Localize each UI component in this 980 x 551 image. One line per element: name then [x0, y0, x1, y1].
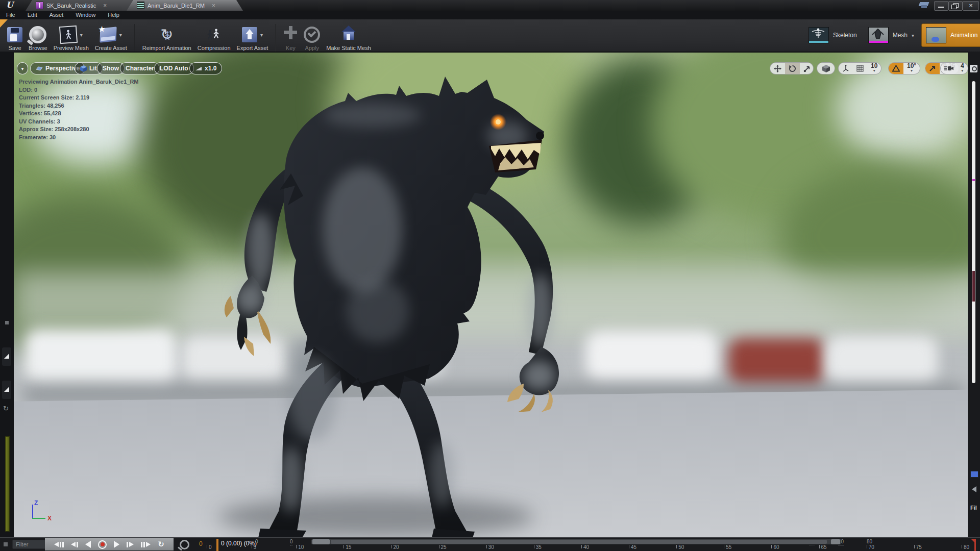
snap-gizmo-icon[interactable]: [839, 63, 853, 74]
timeline-scrollbar[interactable]: [311, 539, 841, 544]
timeline-filter-input[interactable]: [12, 540, 46, 549]
export-asset-icon: [242, 27, 257, 42]
stat-line: LOD: 0: [19, 86, 139, 94]
menu-file[interactable]: File: [0, 11, 21, 19]
right-panel-strip: Fil: [968, 52, 980, 537]
to-front-button[interactable]: [51, 542, 67, 547]
make-static-mesh-button[interactable]: Make Static Mesh: [323, 19, 374, 52]
mesh-thumbnail: [868, 27, 889, 43]
mode-mesh-button[interactable]: Mesh ▾: [864, 24, 918, 46]
camera-speed-group-2: 4▾: [940, 62, 968, 74]
preview-mesh-button[interactable]: ▾ Preview Mesh: [51, 19, 92, 52]
undo-arrow-icon[interactable]: ↻: [3, 405, 9, 412]
rotation-snap-toggle[interactable]: [889, 63, 903, 74]
toolbar-separator: [134, 24, 135, 52]
ruler-tick: 20: [391, 544, 399, 550]
browse-button[interactable]: Browse: [26, 19, 51, 52]
tab-label: SK_Baruk_Realistic: [46, 3, 96, 9]
collapse-arrow-icon[interactable]: [972, 486, 976, 492]
ruler-tick: 25: [439, 544, 447, 550]
ruler-tick: 55: [724, 544, 731, 550]
werewolf-preview-mesh: [209, 71, 597, 537]
ruler-tick: 70: [867, 544, 874, 550]
play-reverse-button[interactable]: [82, 541, 94, 548]
play-button[interactable]: [110, 541, 123, 548]
key-button: Key: [280, 19, 301, 52]
mesh-dropdown-icon[interactable]: ▾: [912, 33, 914, 38]
timeline-handle-icon[interactable]: [4, 542, 8, 546]
camera-speed-value[interactable]: 4▾: [957, 63, 968, 74]
to-end-button[interactable]: [137, 542, 154, 547]
scrollbar-right-handle[interactable]: [831, 539, 840, 544]
menu-edit[interactable]: Edit: [21, 11, 43, 19]
tutorial-graduation-cap-icon[interactable]: [918, 2, 931, 9]
lod-auto-button[interactable]: LOD Auto: [154, 62, 194, 74]
ruler-tick: 60: [771, 544, 779, 550]
tab-anim-baruk-die1-rm[interactable]: Anim_Baruk_Die1_RM ×: [127, 0, 243, 11]
export-asset-button[interactable]: ▾ Export Asset: [234, 19, 272, 52]
export-asset-dropdown-icon[interactable]: ▾: [260, 32, 263, 38]
panel-grid-icon[interactable]: [970, 471, 978, 478]
camera-speed-icon[interactable]: [941, 63, 957, 74]
create-asset-dropdown-icon[interactable]: ▾: [119, 32, 122, 38]
grid-icon[interactable]: [853, 63, 867, 74]
expand-panel-button[interactable]: [2, 381, 11, 399]
floppy-icon: [7, 25, 22, 44]
viewport-options-button[interactable]: ▾: [17, 62, 28, 74]
house-icon: [340, 25, 357, 44]
collapsed-tab-bar[interactable]: [5, 436, 10, 532]
preview-stats: Previewing Animation Anim_Baruk_Die1_RM …: [19, 78, 139, 141]
perspective-icon: [36, 66, 43, 71]
mode-animation-button[interactable]: Animation: [921, 23, 980, 47]
rotate-tool-button[interactable]: [785, 63, 800, 74]
restore-button[interactable]: [948, 1, 963, 11]
close-button[interactable]: ×: [963, 1, 979, 11]
timeline-zoom-icon[interactable]: [180, 540, 189, 549]
grid-snap-value[interactable]: 10▾: [867, 63, 881, 74]
frame-ruler[interactable]: 0 5 10 15 20 25 30 35 40 45 50 55 60 65 …: [207, 544, 969, 550]
car-blob-white: [825, 336, 938, 384]
clipped-filter-label: Fil: [970, 505, 977, 511]
scrollbar-thumb[interactable]: [331, 540, 827, 544]
coordinate-system-button[interactable]: [817, 62, 835, 74]
minimize-button[interactable]: [934, 1, 948, 11]
scale-tool-button[interactable]: [800, 63, 814, 74]
create-asset-button[interactable]: ★ ▾ Create Asset: [92, 19, 130, 52]
playback-speed-button[interactable]: x1.0: [189, 62, 222, 74]
mode-skeleton-button[interactable]: Skeleton: [804, 24, 861, 46]
menu-help[interactable]: Help: [102, 11, 126, 19]
preview-mesh-icon: [59, 26, 78, 44]
preview-mesh-dropdown-icon[interactable]: ▾: [80, 32, 83, 38]
scale-snap-toggle[interactable]: [925, 63, 940, 74]
reimport-animation-button[interactable]: ↻ Reimport Animation: [139, 19, 194, 52]
tab-close-icon[interactable]: ×: [103, 3, 107, 9]
ruler-tick: 50: [676, 544, 684, 550]
rotation-snap-value[interactable]: 10°▾: [903, 63, 920, 74]
transport-panel: ↻: [45, 538, 174, 550]
compression-button[interactable]: Compression: [194, 19, 234, 52]
stat-line: Framerate: 30: [19, 134, 139, 142]
step-backward-button[interactable]: [67, 542, 82, 547]
current-frame-field[interactable]: 0: [199, 540, 203, 547]
stat-line: Vertices: 55,428: [19, 110, 139, 118]
viewport-3d[interactable]: Previewing Animation Anim_Baruk_Die1_RM …: [14, 53, 968, 537]
unreal-logo-icon: U: [3, 0, 16, 10]
ruler-tick: 10: [296, 544, 304, 550]
panel-search-icon[interactable]: [970, 65, 977, 72]
ruler-tick: 45: [629, 544, 636, 550]
panel-scrollbar[interactable]: [972, 81, 975, 383]
record-button[interactable]: [94, 540, 110, 549]
skeletal-mesh-icon: [36, 2, 43, 9]
stat-line: UV Channels: 3: [19, 118, 139, 126]
scrollbar-left-handle[interactable]: [312, 539, 330, 544]
menu-window[interactable]: Window: [69, 11, 102, 19]
loop-button[interactable]: ↻: [154, 540, 168, 549]
tab-close-icon[interactable]: ×: [212, 3, 215, 9]
car-blob-red: [728, 338, 825, 384]
step-forward-button[interactable]: [123, 542, 137, 547]
menu-asset[interactable]: Asset: [43, 11, 70, 19]
translate-tool-button[interactable]: [770, 63, 785, 74]
expand-panel-button[interactable]: [2, 347, 11, 366]
ruler-tick: 40: [581, 544, 589, 550]
left-panel-strip: ↻: [0, 52, 14, 537]
